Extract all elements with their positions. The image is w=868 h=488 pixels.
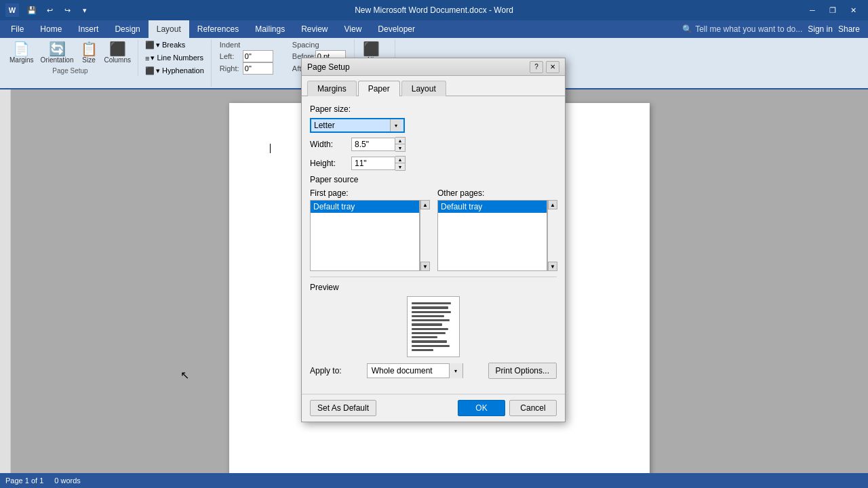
redo-btn[interactable]: ↪ — [60, 3, 75, 18]
word-count: 0 words — [54, 476, 81, 485]
breaks-icon: ⬛ — [145, 41, 155, 49]
apply-to-row: Apply to: Whole document ▾ Print Options… — [310, 363, 557, 379]
tab-references[interactable]: References — [189, 20, 247, 38]
width-spinner-btns: ▲ ▼ — [395, 137, 406, 152]
dialog-tabs: Margins Paper Layout — [302, 76, 565, 96]
preview-page — [407, 296, 460, 357]
preview-label: Preview — [310, 283, 557, 292]
first-page-scroll-track — [420, 209, 429, 262]
other-pages-listbox-wrapper: Default tray ▲ ▼ — [437, 200, 557, 271]
width-down-btn[interactable]: ▼ — [395, 144, 405, 151]
columns-btn[interactable]: ⬛ Columns — [102, 39, 134, 66]
preview-line-7 — [412, 332, 446, 334]
first-page-default-tray[interactable]: Default tray — [311, 201, 419, 213]
status-bar: Page 1 of 1 0 words — [0, 473, 868, 488]
paper-size-value: Letter — [314, 121, 335, 130]
title-bar: W 💾 ↩ ↪ ▾ New Microsoft Word Document.do… — [0, 0, 868, 20]
apply-to-combo[interactable]: Whole document ▾ — [367, 363, 463, 378]
indent-left-row: Left: — [220, 50, 273, 62]
columns-icon: ⬛ — [109, 41, 126, 56]
tab-mailings[interactable]: Mailings — [247, 20, 293, 38]
preview-line-9 — [412, 340, 447, 342]
dialog-footer: Set As Default OK Cancel — [302, 394, 565, 422]
cancel-btn[interactable]: Cancel — [509, 400, 557, 416]
dialog-help-btn[interactable]: ? — [530, 61, 543, 73]
breaks-group-label — [142, 78, 207, 87]
height-spinner: ▲ ▼ — [351, 156, 406, 171]
save-btn[interactable]: 💾 — [24, 3, 39, 18]
other-pages-default-tray[interactable]: Default tray — [438, 201, 547, 213]
size-btn[interactable]: 📋 Size — [78, 39, 100, 66]
preview-line-2 — [412, 311, 451, 313]
align-icon: ⬛ — [363, 41, 380, 56]
first-page-scroll-down[interactable]: ▼ — [420, 262, 430, 271]
tab-review[interactable]: Review — [293, 20, 336, 38]
paper-size-arrow[interactable]: ▾ — [390, 119, 401, 131]
dialog-close-btn[interactable]: ✕ — [546, 61, 559, 73]
width-up-btn[interactable]: ▲ — [395, 138, 405, 144]
set-default-btn[interactable]: Set As Default — [310, 400, 376, 416]
other-pages-scroll-up[interactable]: ▲ — [548, 200, 557, 209]
preview-line-8 — [412, 336, 437, 338]
width-label: Width: — [310, 140, 347, 149]
height-input[interactable] — [351, 157, 395, 170]
width-row: Width: ▲ ▼ — [310, 137, 557, 152]
page-setup-buttons: 📄 Margins 🔄 Orientation 📋 Size ⬛ Columns — [7, 39, 134, 66]
ribbon-group-breaks: ⬛ ▾ Breaks ≡ ▾ Line Numbers ⬛ ▾ Hyphenat… — [138, 39, 212, 87]
first-page-scroll-up[interactable]: ▲ — [420, 200, 430, 209]
indent-right-input[interactable] — [243, 62, 273, 75]
other-pages-scrollbar: ▲ ▼ — [547, 200, 557, 271]
share-btn[interactable]: Share — [838, 24, 860, 34]
preview-line-3 — [412, 315, 444, 317]
sign-in-link[interactable]: Sign in — [808, 24, 833, 34]
tab-file[interactable]: File — [3, 20, 32, 38]
height-down-btn[interactable]: ▼ — [395, 163, 405, 170]
size-label: Size — [82, 56, 95, 64]
ribbon-tabs: File Home Insert Design Layout Reference… — [0, 20, 868, 38]
apply-to-arrow[interactable]: ▾ — [449, 363, 462, 378]
ok-btn[interactable]: OK — [458, 400, 505, 416]
dialog-tab-margins[interactable]: Margins — [307, 81, 357, 96]
paper-size-combo[interactable]: Letter ▾ — [310, 118, 405, 133]
hyphenation-btn[interactable]: ⬛ ▾ Hyphenation — [142, 65, 207, 77]
preview-line-0 — [412, 302, 451, 304]
tab-developer[interactable]: Developer — [370, 20, 423, 38]
undo-btn[interactable]: ↩ — [42, 3, 57, 18]
first-page-listbox[interactable]: Default tray — [310, 200, 420, 271]
dialog-controls: ? ✕ — [530, 61, 559, 73]
tab-insert[interactable]: Insert — [70, 20, 106, 38]
dialog-tab-layout[interactable]: Layout — [401, 81, 446, 96]
other-pages-scroll-down[interactable]: ▼ — [548, 262, 557, 271]
tab-layout[interactable]: Layout — [149, 20, 189, 38]
line-numbers-label: ▾ Line Numbers — [151, 54, 203, 62]
size-icon: 📋 — [81, 41, 98, 56]
dialog-tab-paper[interactable]: Paper — [358, 81, 400, 96]
restore-btn[interactable]: ❐ — [823, 3, 842, 18]
tab-design[interactable]: Design — [106, 20, 148, 38]
margins-btn[interactable]: 📄 Margins — [7, 39, 37, 66]
customize-qat-btn[interactable]: ▾ — [77, 3, 92, 18]
window-title: New Microsoft Word Document.docx - Word — [355, 5, 513, 15]
line-numbers-btn[interactable]: ≡ ▾ Line Numbers — [142, 52, 206, 64]
close-btn[interactable]: ✕ — [844, 3, 863, 18]
breaks-buttons: ⬛ ▾ Breaks ≡ ▾ Line Numbers ⬛ ▾ Hyphenat… — [142, 39, 207, 77]
print-options-btn[interactable]: Print Options... — [488, 363, 557, 379]
search-box[interactable]: 🔍 Tell me what you want to do... — [682, 24, 802, 34]
window-controls: ─ ❐ ✕ — [803, 3, 863, 18]
indent-left-label: Left: — [220, 52, 240, 60]
indent-left-input[interactable] — [243, 50, 273, 62]
word-icon: W — [5, 3, 19, 17]
action-buttons: OK Cancel — [458, 400, 557, 416]
orientation-btn[interactable]: 🔄 Orientation — [38, 39, 77, 66]
tab-home[interactable]: Home — [32, 20, 70, 38]
first-page-col: First page: Default tray ▲ ▼ — [310, 188, 429, 271]
minimize-btn[interactable]: ─ — [803, 3, 822, 18]
breaks-btn[interactable]: ⬛ ▾ Breaks — [142, 39, 188, 51]
other-pages-label: Other pages: — [437, 188, 557, 198]
dialog-body: Paper size: Letter ▾ Width: ▲ ▼ H — [302, 96, 565, 394]
width-input[interactable] — [351, 138, 395, 151]
tab-view[interactable]: View — [336, 20, 370, 38]
vertical-ruler — [0, 89, 11, 485]
other-pages-listbox[interactable]: Default tray — [437, 200, 547, 271]
height-up-btn[interactable]: ▲ — [395, 157, 405, 163]
